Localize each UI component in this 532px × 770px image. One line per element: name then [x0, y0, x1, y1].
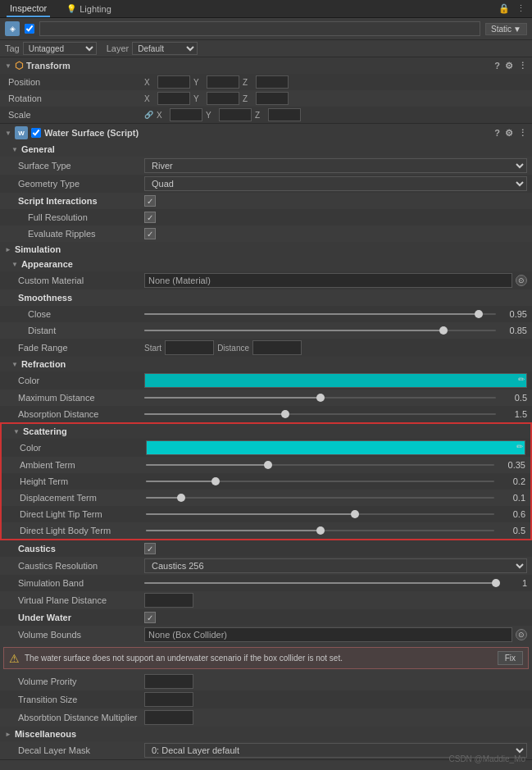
full-resolution-row: Full Resolution [0, 209, 532, 226]
height-term-thumb[interactable] [211, 477, 220, 485]
transform-icon: ⬡ [15, 60, 23, 71]
volume-bounds-label: Volume Bounds [5, 630, 144, 640]
direct-tip-slider[interactable]: 0.6 [146, 509, 525, 519]
rot-z-input[interactable]: 0 [256, 92, 289, 105]
ws-help-icon[interactable]: ? [494, 128, 500, 139]
ambient-term-thumb[interactable] [264, 461, 272, 469]
max-dist-thumb[interactable] [316, 394, 325, 402]
tag-select[interactable]: Untagged [23, 42, 97, 55]
fix-button[interactable]: Fix [498, 651, 523, 665]
scl-x-input[interactable]: 150 [170, 108, 202, 121]
pos-z-input[interactable]: 0 [256, 75, 289, 89]
absorption-slider[interactable]: 1.5 [144, 409, 527, 419]
ambient-term-slider[interactable]: 0.35 [146, 460, 525, 470]
static-button[interactable]: Static ▼ [485, 23, 527, 35]
geometry-type-row: Geometry Type Quad [0, 175, 532, 193]
ambient-term-value-label: 0.35 [498, 460, 525, 470]
layer-select[interactable]: Default [132, 42, 198, 55]
pos-y-input[interactable]: 0 [207, 75, 239, 89]
transition-size-input[interactable]: 0.1 [144, 692, 193, 707]
ws-settings-icon[interactable]: ⚙ [505, 128, 513, 139]
object-name-input[interactable]: River [39, 21, 480, 36]
direct-body-slider[interactable]: 0.5 [146, 526, 525, 535]
sim-band-track [144, 582, 496, 584]
transform-component: ▼ ⬡ Transform ? ⚙ ⋮ Position X 0 Y 0 Z 0… [0, 57, 532, 124]
volume-priority-label: Volume Prority [5, 677, 144, 686]
surface-type-value: River [144, 158, 527, 173]
lock-icon[interactable]: 🔒 [498, 3, 510, 14]
overflow-icon[interactable]: ⋮ [518, 61, 527, 71]
rotation-row: Rotation X 0 Y 0 Z 0 [0, 90, 532, 107]
pos-x-input[interactable]: 0 [157, 75, 190, 89]
tag-layer-row: Tag Untagged Layer Default [0, 40, 532, 57]
transform-header[interactable]: ▼ ⬡ Transform ? ⚙ ⋮ [0, 57, 532, 74]
direct-tip-thumb[interactable] [351, 510, 359, 518]
scattering-header[interactable]: Scattering [2, 424, 530, 439]
script-interactions-row: Script Interactions [0, 193, 532, 209]
sim-band-thumb[interactable] [492, 579, 500, 587]
direct-tip-value: 0.6 [146, 509, 525, 519]
caustics-res-select[interactable]: Caustics 256 [144, 558, 527, 573]
appearance-section[interactable]: Appearance [0, 257, 532, 271]
displacement-term-slider[interactable]: 0.1 [146, 493, 525, 503]
general-label: General [21, 144, 55, 154]
direct-body-thumb[interactable] [316, 526, 325, 535]
caustics-checkbox[interactable] [144, 543, 156, 554]
absorbtion-mult-input[interactable]: 1 [144, 710, 193, 725]
virtual-plane-input[interactable]: 4 [144, 593, 193, 608]
ws-active-checkbox[interactable] [31, 128, 41, 138]
close-slider[interactable]: 0.95 [144, 309, 527, 319]
rotation-label: Rotation [5, 93, 144, 103]
help-icon[interactable]: ? [494, 61, 500, 71]
settings-icon[interactable]: ⚙ [505, 61, 513, 71]
simulation-section[interactable]: Simulation [0, 242, 532, 257]
rz-label: Z [243, 94, 252, 103]
displacement-term-value: 0.1 [146, 493, 525, 503]
object-header: ◈ River Static ▼ [0, 18, 532, 40]
height-term-slider[interactable]: 0.2 [146, 476, 525, 486]
geometry-type-select[interactable]: Quad [144, 176, 527, 191]
smoothness-header-row: Smoothness [0, 289, 532, 306]
scl-y-input[interactable]: 1 [219, 108, 252, 121]
sy-label: Y [206, 111, 216, 120]
distant-slider[interactable]: 0.85 [144, 326, 527, 335]
volume-priority-input[interactable]: 0 [144, 674, 193, 689]
tab-inspector[interactable]: Inspector [7, 0, 50, 17]
menu-icon[interactable]: ⋮ [516, 3, 525, 14]
max-dist-slider[interactable]: 0.5 [144, 393, 527, 403]
evaluate-ripples-checkbox[interactable] [144, 228, 156, 239]
distant-thumb[interactable] [439, 326, 448, 335]
scattering-section: Scattering Color ✏ Ambient Term 0.35 [0, 422, 532, 540]
full-resolution-checkbox[interactable] [144, 212, 156, 223]
scatter-color-field[interactable]: ✏ [146, 440, 525, 455]
volume-bounds-field[interactable]: None (Box Collider) [144, 627, 512, 642]
fade-dist-input[interactable]: 500 [252, 340, 302, 355]
surface-type-select[interactable]: River [144, 158, 527, 173]
close-thumb[interactable] [475, 310, 483, 318]
fade-start-input[interactable]: 100 [165, 340, 214, 355]
water-surface-header[interactable]: ▼ W Water Surface (Script) ? ⚙ ⋮ [0, 124, 532, 142]
miscellaneous-section[interactable]: Miscellaneous [0, 727, 532, 741]
miscellaneous-label: Miscellaneous [15, 729, 76, 739]
sim-band-slider[interactable]: 1 [144, 578, 527, 588]
rot-x-input[interactable]: 0 [157, 92, 190, 105]
scl-z-input[interactable]: 20 [268, 108, 301, 121]
script-interactions-checkbox[interactable] [144, 195, 156, 207]
sz-label: Z [255, 111, 265, 120]
tab-lighting[interactable]: 💡 Lighting [63, 0, 115, 17]
custom-material-select-btn[interactable]: ⊙ [516, 275, 527, 286]
scatter-color-edit-icon: ✏ [516, 442, 523, 451]
active-checkbox[interactable] [25, 24, 34, 34]
ws-overflow-icon[interactable]: ⋮ [518, 128, 527, 139]
absorption-thumb[interactable] [281, 410, 289, 418]
custom-material-field[interactable]: None (Material) [144, 273, 512, 288]
refraction-label: Refraction [21, 359, 66, 369]
under-water-checkbox[interactable] [144, 612, 156, 623]
volume-bounds-select-btn[interactable]: ⊙ [516, 629, 527, 640]
refraction-color-field[interactable]: ✏ [144, 373, 527, 388]
displacement-term-thumb[interactable] [177, 494, 185, 502]
rot-y-input[interactable]: 0 [207, 92, 239, 105]
refraction-section[interactable]: Refraction [0, 357, 532, 371]
distant-track [144, 330, 496, 331]
general-section[interactable]: General [0, 142, 532, 157]
